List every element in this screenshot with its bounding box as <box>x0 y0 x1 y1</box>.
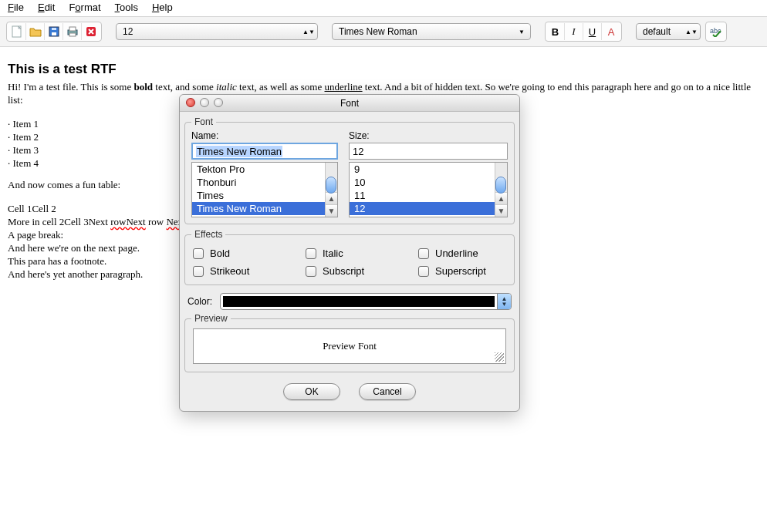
doc-title: This is a test RTF <box>8 61 759 78</box>
font-fieldset-legend: Font <box>191 116 216 127</box>
effects-fieldset: Effects Bold Italic Underline Strikeout … <box>184 229 515 285</box>
menu-tools[interactable]: Tools <box>115 2 138 13</box>
save-file-button[interactable] <box>45 23 63 40</box>
font-size-label: Size: <box>349 130 508 141</box>
cancel-button[interactable]: Cancel <box>359 383 416 400</box>
font-option[interactable]: Tekton Pro <box>192 163 325 176</box>
menu-bar: File Edit Format Tools Help <box>0 0 767 16</box>
close-x-icon <box>86 26 96 37</box>
menu-file[interactable]: File <box>8 2 24 13</box>
blank-page-icon <box>12 25 22 38</box>
scrollbar[interactable]: ▲ ▼ <box>325 163 337 217</box>
close-window-button[interactable] <box>186 98 195 107</box>
color-swatch <box>223 296 495 307</box>
color-label: Color: <box>188 296 212 307</box>
font-option[interactable]: Times <box>192 189 325 202</box>
svg-rect-5 <box>69 27 76 31</box>
font-fieldset: Font Name: Times New Roman Tekton Pro Th… <box>184 116 515 224</box>
superscript-checkbox[interactable]: Superscript <box>418 265 506 277</box>
updown-arrows-icon: ▲▼ <box>303 29 314 35</box>
close-button[interactable] <box>82 23 100 40</box>
dialog-titlebar[interactable]: Font <box>180 95 519 112</box>
font-name-label: Name: <box>191 130 338 141</box>
svg-rect-2 <box>52 32 56 35</box>
preview-box: Preview Font <box>193 328 506 364</box>
size-option[interactable]: 11 <box>350 189 495 202</box>
font-color-button[interactable]: A <box>602 23 620 40</box>
bold-button[interactable]: B <box>546 23 565 40</box>
italic-checkbox[interactable]: Italic <box>306 247 418 259</box>
spellcheck-icon: abc <box>710 26 722 37</box>
printer-icon <box>66 26 79 37</box>
zoom-window-button[interactable] <box>214 98 223 107</box>
spellcheck-button[interactable]: abc <box>707 23 725 40</box>
font-name-select[interactable]: Times New Roman ▼ <box>332 23 531 40</box>
menu-help[interactable]: Help <box>152 2 173 13</box>
text-style-group: B I U A <box>545 22 622 42</box>
updown-arrows-icon: ▲▼ <box>497 294 511 309</box>
effects-fieldset-legend: Effects <box>191 229 225 240</box>
font-size-select[interactable]: 12 ▲▼ <box>116 23 318 40</box>
folder-open-icon <box>29 26 42 37</box>
font-size-value: 12 <box>123 26 133 37</box>
strikeout-checkbox[interactable]: Strikeout <box>193 265 306 277</box>
ok-button[interactable]: OK <box>283 383 340 400</box>
underline-checkbox[interactable]: Underline <box>418 247 506 259</box>
menu-format[interactable]: Format <box>69 2 100 13</box>
open-file-button[interactable] <box>26 23 45 40</box>
preview-fieldset: Preview Preview Font <box>184 313 515 372</box>
font-name-value: Times New Roman <box>339 26 417 37</box>
dialog-button-row: OK Cancel <box>184 377 515 403</box>
underline-button[interactable]: U <box>583 23 602 40</box>
new-file-button[interactable] <box>8 23 26 40</box>
scroll-thumb[interactable] <box>495 177 506 194</box>
font-name-input[interactable]: Times New Roman <box>191 143 338 160</box>
menu-edit[interactable]: Edit <box>38 2 55 13</box>
scroll-up-icon[interactable]: ▲ <box>495 192 507 204</box>
color-select[interactable]: ▲▼ <box>220 293 512 310</box>
paragraph-style-select[interactable]: default ▲▼ <box>636 23 701 40</box>
floppy-disk-icon <box>49 26 59 37</box>
scroll-down-icon[interactable]: ▼ <box>495 204 507 217</box>
print-button[interactable] <box>63 23 82 40</box>
font-size-input[interactable]: 12 <box>349 143 508 160</box>
window-controls <box>186 98 223 107</box>
subscript-checkbox[interactable]: Subscript <box>306 265 418 277</box>
color-row: Color: ▲▼ <box>184 290 515 311</box>
svg-rect-3 <box>52 28 56 30</box>
bold-checkbox[interactable]: Bold <box>193 247 306 259</box>
size-option[interactable]: 10 <box>350 176 495 189</box>
font-size-listbox[interactable]: 9 10 11 12 ▲ ▼ <box>349 162 508 217</box>
updown-arrows-icon: ▲▼ <box>686 29 697 35</box>
size-option[interactable]: 9 <box>350 163 495 176</box>
dropdown-arrow-icon: ▼ <box>516 29 527 35</box>
scroll-down-icon[interactable]: ▼ <box>326 204 337 217</box>
font-option[interactable]: Thonburi <box>192 176 325 189</box>
font-name-listbox[interactable]: Tekton Pro Thonburi Times Times New Roma… <box>191 162 338 217</box>
toolbar-misc-group: abc <box>705 22 727 42</box>
font-dialog: Font Font Name: Times New Roman Tekton P… <box>179 94 520 412</box>
preview-text: Preview Font <box>323 340 377 352</box>
minimize-window-button[interactable] <box>200 98 209 107</box>
size-option-selected[interactable]: 12 <box>350 202 495 215</box>
toolbar-file-group <box>6 22 102 42</box>
dialog-title: Font <box>340 98 359 109</box>
scroll-up-icon[interactable]: ▲ <box>326 192 337 204</box>
scroll-thumb[interactable] <box>326 177 336 194</box>
preview-fieldset-legend: Preview <box>191 313 231 324</box>
scrollbar[interactable]: ▲ ▼ <box>495 163 507 217</box>
resize-grip-icon[interactable] <box>495 352 504 362</box>
font-option-selected[interactable]: Times New Roman <box>192 202 325 215</box>
italic-button[interactable]: I <box>565 23 583 40</box>
svg-rect-6 <box>69 33 76 36</box>
paragraph-style-value: default <box>643 26 671 37</box>
toolbar: 12 ▲▼ Times New Roman ▼ B I U A default … <box>0 16 767 47</box>
